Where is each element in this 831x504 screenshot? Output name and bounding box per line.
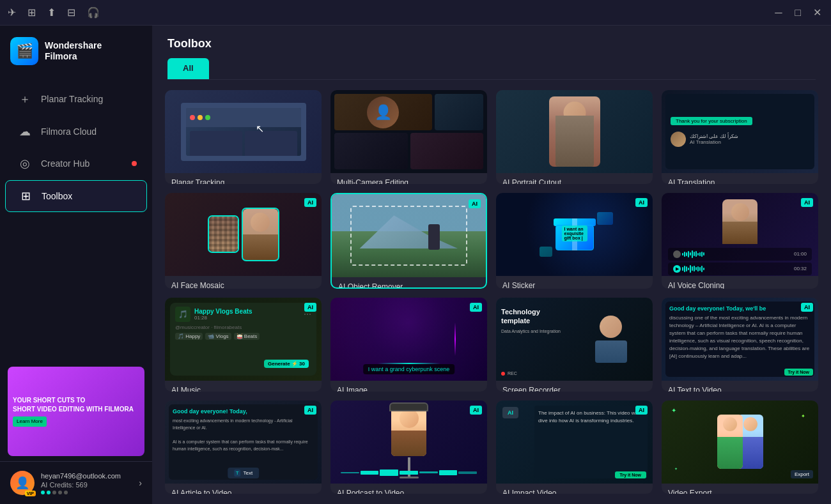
music-title: Happy Vlogs Beats [194, 308, 252, 315]
tab-all[interactable]: All [167, 58, 209, 79]
main-content: Toolbox All [152, 26, 831, 504]
tool-card-article-to-video[interactable]: Good day everyone! Today, most exciting … [165, 401, 322, 494]
send-icon[interactable]: ✈ [8, 6, 16, 19]
cloud-icon: ☁ [18, 125, 32, 139]
tool-label-multicam: Multi-Camera Editing [330, 173, 487, 184]
tool-label-face-mosaic: AI Face Mosaic [165, 276, 322, 289]
ai-badge: AI [801, 198, 813, 207]
tool-thumb-image: I want a grand cyberpunk scene AI [330, 298, 487, 381]
tool-thumb-face-mosaic: AI [165, 193, 322, 276]
image-prompt: I want a grand cyberpunk scene [363, 364, 455, 374]
promo-cta[interactable]: Learn More [13, 416, 47, 426]
text-button[interactable]: T Text [228, 468, 260, 478]
vip-badge: VIP [25, 491, 36, 496]
window-controls: ─ □ ✕ [772, 6, 823, 19]
toolbox-header: Toolbox All [152, 26, 831, 80]
ai-badge: AI [304, 198, 316, 207]
sticker-text: I want an exquisite gift box | [562, 225, 587, 241]
tool-label-translation: AI Translation [662, 173, 818, 184]
plus-icon: ＋ [18, 91, 32, 107]
tool-card-sticker[interactable]: I want an exquisite gift box | AI AI Sti… [496, 193, 653, 289]
tool-card-planar-tracking[interactable]: ↖ Planar Tracking [165, 90, 322, 184]
tool-label-planar-tracking: Planar Tracking [165, 173, 322, 184]
minimize-button[interactable]: ─ [772, 7, 785, 19]
tool-card-object-remover[interactable]: AI AI Object Remover [330, 193, 487, 289]
upload-icon[interactable]: ⬆ [47, 6, 56, 19]
tool-label-portrait-cutout: AI Portrait Cutout [496, 173, 653, 184]
tool-thumb-video-export: ✦ ✦ ✦ Export [662, 401, 818, 484]
ai-badge: AI [304, 303, 316, 312]
ai-badge: AI [635, 198, 648, 207]
page-title: Toolbox [167, 37, 816, 50]
sidebar-item-create-project[interactable]: ＋ Planar Tracking [5, 83, 147, 115]
music-tags: 🎵 Happy 📹 Vlogs 🥁 Beats [175, 333, 311, 340]
tool-label-music: AI Music [165, 381, 322, 392]
dot-2 [47, 491, 50, 494]
headphone-icon[interactable]: 🎧 [87, 6, 100, 19]
export-badge: Export [791, 470, 813, 478]
dot-5 [64, 491, 68, 494]
tool-card-video-export[interactable]: ✦ ✦ ✦ Export Video Export [662, 401, 818, 494]
tool-thumb-sticker: I want an exquisite gift box | AI [496, 193, 653, 276]
tool-card-screen-recorder[interactable]: Technologytemplate Data Analytics and In… [496, 298, 653, 392]
sidebar-item-creator-hub[interactable]: ◎ Creator Hub [5, 148, 147, 179]
logo-icon: 🎬 [10, 37, 38, 65]
tool-label-image: AI Image [330, 381, 487, 392]
maximize-button[interactable]: □ [791, 7, 804, 19]
grid-icon[interactable]: ⊞ [27, 6, 36, 19]
sidebar-nav: ＋ Planar Tracking ☁ Filmora Cloud ◎ Crea… [0, 77, 152, 362]
close-button[interactable]: ✕ [811, 6, 823, 19]
tool-card-voice-cloning[interactable]: 01:00 ▶ [662, 193, 818, 289]
user-credits: AI Credits: 569 [41, 481, 132, 489]
sidebar-item-filmora-cloud[interactable]: ☁ Filmora Cloud [5, 116, 147, 147]
title-bar-left-icons: ✈ ⊞ ⬆ ⊟ 🎧 [8, 6, 100, 19]
tool-card-music[interactable]: 🎵 Happy Vlogs Beats 01:28 ⋯ @musiccreato… [165, 298, 322, 392]
tool-thumb-multicam: 👤 [330, 90, 487, 173]
promo-title: YOUR SHORT CUTS TOSHORT VIDEO EDITING WI… [13, 396, 139, 414]
tool-thumb-screen-recorder: Technologytemplate Data Analytics and In… [496, 298, 653, 381]
dot-4 [58, 491, 62, 494]
tool-label-article-to-video: AI Article to Video [165, 484, 322, 494]
user-info: heyan7496@outlook.com AI Credits: 569 [41, 472, 132, 494]
sidebar-item-toolbox[interactable]: ⊞ Toolbox [5, 180, 147, 212]
notification-dot [132, 161, 137, 166]
tool-thumb-portrait-cutout [496, 90, 653, 173]
tool-card-text-to-video[interactable]: Good day everyone! Today, we'll be discu… [662, 298, 818, 392]
tool-card-portrait-cutout[interactable]: AI Portrait Cutout [496, 90, 653, 184]
tool-label-impact-video: AI Impact Video [496, 484, 653, 494]
impact-cta[interactable]: Try it Now [615, 471, 646, 478]
ai-badge: AI [801, 303, 813, 312]
generate-button[interactable]: Generate ⚡ 30 [264, 360, 309, 368]
app-logo: 🎬 Wondershare Filmora [0, 26, 152, 77]
tool-label-screen-recorder: Screen Recorder [496, 381, 653, 392]
tool-label-video-export: Video Export [662, 484, 818, 494]
tool-label-sticker: AI Sticker [496, 276, 653, 289]
tool-card-face-mosaic[interactable]: AI AI Face Mosaic [165, 193, 322, 289]
title-bar: ✈ ⊞ ⬆ ⊟ 🎧 ─ □ ✕ [0, 0, 831, 26]
app-name: Wondershare [45, 40, 102, 51]
tool-thumb-object-remover: AI [332, 194, 486, 277]
tool-thumb-article-to-video: Good day everyone! Today, most exciting … [165, 401, 322, 484]
sidebar-item-toolbox-label: Toolbox [42, 191, 72, 201]
layout-icon[interactable]: ⊟ [67, 6, 75, 19]
app-subtitle: Filmora [45, 51, 102, 62]
tool-card-impact-video[interactable]: AI The impact of AI on business: This vi… [496, 401, 653, 494]
sidebar-item-creator-hub-label: Creator Hub [41, 158, 89, 169]
ai-badge: AI [635, 406, 648, 415]
tool-card-image[interactable]: I want a grand cyberpunk scene AI AI Ima… [330, 298, 487, 392]
tool-thumb-voice-cloning: 01:00 ▶ [662, 193, 818, 276]
user-email: heyan7496@outlook.com [41, 472, 132, 480]
user-arrow-icon[interactable]: › [139, 478, 142, 488]
tool-thumb-text-to-video: Good day everyone! Today, we'll be discu… [662, 298, 818, 381]
ai-badge: AI [470, 303, 482, 312]
tool-card-multicam[interactable]: 👤 Multi-Camera Editing [330, 90, 487, 184]
ai-badge: AI [469, 199, 481, 208]
tool-label-voice-cloning: AI Voice Cloning [662, 276, 818, 289]
tool-card-podcast-to-video[interactable]: AI AI Podcast to Video [330, 401, 487, 494]
tool-label-text-to-video: AI Text to Video [662, 381, 818, 392]
user-section: 👤 VIP heyan7496@outlook.com AI Credits: … [0, 461, 152, 504]
tool-card-translation[interactable]: Thank you for your subscription شكراً لك… [662, 90, 818, 184]
text-video-cta[interactable]: Try it Now [784, 369, 813, 376]
dot-3 [52, 491, 56, 494]
tool-label-podcast-to-video: AI Podcast to Video [330, 484, 487, 494]
